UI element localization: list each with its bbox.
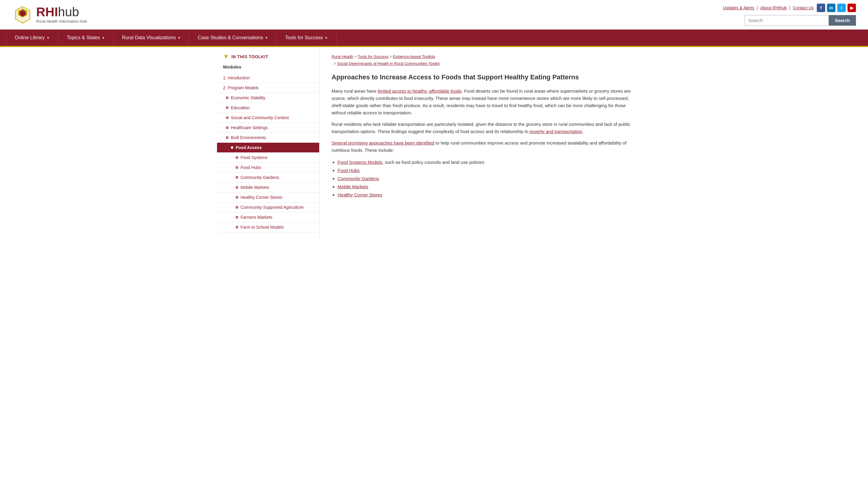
- sidebar-item-introduction[interactable]: 1: Introduction: [217, 73, 319, 83]
- sidebar-item-food-access[interactable]: Food Access: [217, 143, 319, 153]
- updates-alerts-link[interactable]: Updates & Alerts: [723, 5, 754, 10]
- sidebar-item-farm-to-school[interactable]: Farm to School Models: [217, 222, 319, 232]
- sidebar-education-label: Education: [231, 105, 250, 110]
- list-item-food-hubs: Food Hubs: [338, 166, 639, 174]
- nav-online-library-arrow: ▼: [47, 36, 50, 39]
- breadcrumb-sep-3: >: [332, 61, 337, 66]
- healthy-corner-stores-link[interactable]: Healthy Corner Stores: [338, 192, 382, 197]
- sidebar-item-program-models[interactable]: 2: Program Models: [217, 83, 319, 93]
- breadcrumb-tools-success[interactable]: Tools for Success: [358, 54, 389, 59]
- sidebar-csa-label: Community Supported Agriculture: [241, 205, 304, 210]
- nav-case-studies-arrow: ▼: [265, 36, 268, 39]
- modules-label: Modules: [217, 63, 319, 73]
- logo-rhi-letters: RHI: [36, 5, 58, 19]
- sidebar-item-healthy-corner-stores[interactable]: Healthy Corner Stores: [217, 193, 319, 202]
- bullet-icon: [226, 126, 228, 129]
- breadcrumb-evidence-toolkits[interactable]: Evidence-based Toolkits: [393, 54, 435, 59]
- twitter-icon[interactable]: t: [837, 4, 846, 12]
- toolkit-header: ▼ IN THIS TOOLKIT: [217, 53, 319, 63]
- list-item-food-systems-text: , such as food policy councils and land …: [382, 160, 484, 165]
- nav-rural-data-label: Rural Data Visualizations: [122, 35, 176, 40]
- sidebar-economic-stability-label: Economic Stability: [231, 95, 265, 100]
- sidebar-item-built-environments[interactable]: Built Environments: [217, 133, 319, 143]
- nav-tools-success-arrow: ▼: [324, 36, 328, 39]
- list-item-community-gardens: Community Gardens: [338, 174, 639, 182]
- sidebar-item-mobile-markets[interactable]: Mobile Markets: [217, 182, 319, 193]
- main-nav: Online Library ▼ Topics & States ▼ Rural…: [0, 30, 868, 47]
- sidebar-community-gardens-label: Community Gardens: [241, 175, 279, 180]
- nav-online-library[interactable]: Online Library ▼: [6, 30, 59, 46]
- search-input[interactable]: [744, 15, 829, 26]
- nav-topics-states[interactable]: Topics & States ▼: [59, 30, 114, 46]
- bullet-icon: [226, 107, 228, 109]
- bullet-icon: [236, 226, 238, 228]
- paragraph-3: Several promising approaches have been i…: [332, 139, 639, 154]
- bullet-icon: [226, 96, 228, 99]
- sidebar-social-community-label: Social and Community Context: [231, 115, 289, 120]
- search-area: Search: [744, 15, 856, 26]
- list-item-mobile-markets: Mobile Markets: [338, 182, 639, 191]
- sidebar-item-social-community[interactable]: Social and Community Context: [217, 113, 319, 123]
- sidebar-item-healthcare[interactable]: Healthcare Settings: [217, 123, 319, 133]
- para2-text-before: Rural residents who lack reliable transp…: [332, 122, 630, 134]
- sidebar-food-systems-label: Food Systems: [241, 155, 267, 160]
- breadcrumb-rural-health[interactable]: Rural Health: [332, 54, 353, 59]
- main-layout: ▼ IN THIS TOOLKIT Modules 1: Introductio…: [217, 47, 651, 238]
- sidebar-food-access-label: Food Access: [236, 145, 262, 150]
- logo-text-block: RHIhub Rural Health Information Hub: [36, 6, 87, 24]
- sidebar-farm-to-school-label: Farm to School Models: [241, 225, 284, 230]
- sidebar-healthy-corner-stores-label: Healthy Corner Stores: [241, 195, 282, 200]
- sidebar-item-food-systems[interactable]: Food Systems: [217, 153, 319, 163]
- limited-access-link[interactable]: limited access to healthy, affordable fo…: [378, 88, 461, 93]
- food-hubs-link[interactable]: Food Hubs: [338, 168, 360, 173]
- bullet-icon: [236, 186, 238, 189]
- breadcrumb: Rural Health > Tools for Success > Evide…: [332, 53, 639, 67]
- food-systems-models-link[interactable]: Food Systems Models: [338, 160, 382, 165]
- poverty-transportation-link[interactable]: poverty and transportation: [530, 129, 582, 134]
- about-rhihub-link[interactable]: About RHIhub: [761, 5, 787, 10]
- toolkit-arrow-icon: ▼: [223, 53, 229, 60]
- promising-approaches-link[interactable]: Several promising approaches have been i…: [332, 140, 434, 145]
- nav-topics-states-label: Topics & States: [67, 35, 100, 40]
- separator-1: |: [756, 5, 758, 10]
- sidebar-item-farmers-markets[interactable]: Farmers Markets: [217, 212, 319, 222]
- list-item-food-systems: Food Systems Models, such as food policy…: [338, 158, 639, 166]
- approaches-list: Food Systems Models, such as food policy…: [338, 158, 639, 199]
- search-button[interactable]: Search: [829, 15, 856, 26]
- sidebar-healthcare-label: Healthcare Settings: [231, 125, 268, 130]
- nav-tools-success[interactable]: Tools for Success ▼: [277, 30, 336, 46]
- bullet-icon: [236, 166, 238, 169]
- main-content: Rural Health > Tools for Success > Evide…: [319, 47, 651, 238]
- linkedin-icon[interactable]: in: [827, 4, 835, 12]
- youtube-icon[interactable]: ▶: [847, 4, 856, 12]
- bullet-icon: [236, 206, 238, 208]
- contact-us-link[interactable]: Contact Us: [793, 5, 814, 10]
- logo-area: RHIhub Rural Health Information Hub: [12, 4, 87, 25]
- nav-case-studies[interactable]: Case Studies & Conversations ▼: [189, 30, 277, 46]
- nav-rural-data-arrow: ▼: [178, 36, 181, 39]
- breadcrumb-sep-2: >: [390, 54, 393, 59]
- facebook-icon[interactable]: f: [817, 4, 825, 12]
- community-gardens-link[interactable]: Community Gardens: [338, 176, 379, 181]
- logo-subtitle: Rural Health Information Hub: [36, 19, 87, 24]
- sidebar-mobile-markets-label: Mobile Markets: [241, 185, 269, 190]
- separator-2: |: [789, 5, 790, 10]
- sidebar-item-community-supported-agriculture[interactable]: Community Supported Agriculture: [217, 202, 319, 212]
- sidebar-built-environments-label: Built Environments: [231, 135, 266, 140]
- top-links: Updates & Alerts | About RHIhub | Contac…: [723, 5, 814, 10]
- header-right: Updates & Alerts | About RHIhub | Contac…: [723, 4, 856, 26]
- sidebar-item-education[interactable]: Education: [217, 103, 255, 113]
- header: RHIhub Rural Health Information Hub Upda…: [0, 0, 868, 30]
- nav-tools-success-label: Tools for Success: [285, 35, 323, 40]
- sidebar-item-community-gardens[interactable]: Community Gardens: [217, 173, 319, 182]
- page-title: Approaches to Increase Access to Foods t…: [332, 73, 639, 82]
- bullet-icon: [226, 136, 228, 139]
- breadcrumb-sdoh-toolkit[interactable]: Social Determinants of Health in Rural C…: [337, 61, 439, 66]
- nav-rural-data[interactable]: Rural Data Visualizations ▼: [114, 30, 189, 46]
- mobile-markets-link[interactable]: Mobile Markets: [338, 184, 368, 189]
- sidebar-item-economic-stability[interactable]: Economic Stability: [217, 93, 271, 103]
- nav-online-library-label: Online Library: [15, 35, 45, 40]
- para2-text-after: .: [582, 129, 584, 134]
- sidebar-item-food-hubs[interactable]: Food Hubs: [217, 163, 319, 173]
- list-item-healthy-corner-stores: Healthy Corner Stores: [338, 191, 639, 199]
